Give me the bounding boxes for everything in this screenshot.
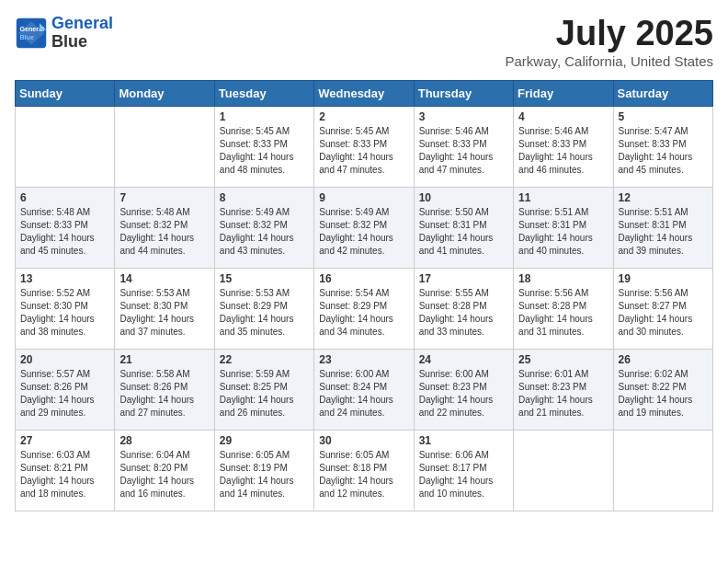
day-info: Sunrise: 5:59 AM Sunset: 8:25 PM Dayligh… <box>220 368 309 419</box>
day-info: Sunrise: 5:53 AM Sunset: 8:29 PM Dayligh… <box>220 287 309 339</box>
calendar-cell: 10Sunrise: 5:50 AM Sunset: 8:31 PM Dayli… <box>414 187 513 268</box>
weekday-header-thursday: Thursday <box>414 80 513 106</box>
day-number: 15 <box>220 272 309 285</box>
day-info: Sunrise: 5:57 AM Sunset: 8:26 PM Dayligh… <box>20 368 109 419</box>
calendar-cell <box>115 106 214 187</box>
page-header: General Blue GeneralBlue July 2025 Parkw… <box>15 15 713 69</box>
day-info: Sunrise: 5:48 AM Sunset: 8:33 PM Dayligh… <box>20 206 109 258</box>
day-number: 25 <box>518 353 608 366</box>
calendar-cell: 28Sunrise: 6:04 AM Sunset: 8:20 PM Dayli… <box>115 430 214 511</box>
day-number: 3 <box>419 110 508 123</box>
day-number: 20 <box>20 353 109 366</box>
day-number: 6 <box>20 191 109 204</box>
day-info: Sunrise: 5:45 AM Sunset: 8:33 PM Dayligh… <box>220 125 309 177</box>
day-number: 10 <box>419 191 508 204</box>
day-number: 16 <box>319 272 408 285</box>
calendar-cell: 1Sunrise: 5:45 AM Sunset: 8:33 PM Daylig… <box>214 106 313 187</box>
calendar-week-row: 1Sunrise: 5:45 AM Sunset: 8:33 PM Daylig… <box>16 106 713 187</box>
title-block: July 2025 Parkway, California, United St… <box>506 15 714 69</box>
day-info: Sunrise: 5:46 AM Sunset: 8:33 PM Dayligh… <box>419 125 508 177</box>
calendar-cell: 31Sunrise: 6:06 AM Sunset: 8:17 PM Dayli… <box>414 430 513 511</box>
weekday-header-sunday: Sunday <box>16 80 115 106</box>
day-info: Sunrise: 5:58 AM Sunset: 8:26 PM Dayligh… <box>119 368 209 419</box>
weekday-header-row: SundayMondayTuesdayWednesdayThursdayFrid… <box>16 80 713 106</box>
day-number: 12 <box>619 191 708 204</box>
day-number: 24 <box>419 353 508 366</box>
day-number: 11 <box>518 191 608 204</box>
weekday-header-tuesday: Tuesday <box>214 80 313 106</box>
day-info: Sunrise: 5:51 AM Sunset: 8:31 PM Dayligh… <box>619 206 708 258</box>
calendar-week-row: 20Sunrise: 5:57 AM Sunset: 8:26 PM Dayli… <box>16 349 713 430</box>
calendar-cell: 29Sunrise: 6:05 AM Sunset: 8:19 PM Dayli… <box>214 430 313 511</box>
day-number: 30 <box>319 434 408 447</box>
calendar-cell <box>514 430 613 511</box>
calendar-cell: 6Sunrise: 5:48 AM Sunset: 8:33 PM Daylig… <box>16 187 115 268</box>
day-info: Sunrise: 5:48 AM Sunset: 8:32 PM Dayligh… <box>119 206 209 258</box>
day-number: 7 <box>119 191 209 204</box>
day-number: 28 <box>119 434 209 447</box>
day-info: Sunrise: 5:56 AM Sunset: 8:28 PM Dayligh… <box>518 287 608 339</box>
day-number: 27 <box>20 434 109 447</box>
day-info: Sunrise: 6:00 AM Sunset: 8:24 PM Dayligh… <box>319 368 408 419</box>
calendar-cell: 18Sunrise: 5:56 AM Sunset: 8:28 PM Dayli… <box>514 268 613 349</box>
weekday-header-wednesday: Wednesday <box>314 80 414 106</box>
calendar-week-row: 6Sunrise: 5:48 AM Sunset: 8:33 PM Daylig… <box>16 187 713 268</box>
day-info: Sunrise: 5:53 AM Sunset: 8:30 PM Dayligh… <box>119 287 209 339</box>
calendar-cell: 17Sunrise: 5:55 AM Sunset: 8:28 PM Dayli… <box>414 268 513 349</box>
calendar-cell: 5Sunrise: 5:47 AM Sunset: 8:33 PM Daylig… <box>613 106 712 187</box>
day-info: Sunrise: 5:55 AM Sunset: 8:28 PM Dayligh… <box>419 287 508 339</box>
day-number: 8 <box>220 191 309 204</box>
calendar-cell: 4Sunrise: 5:46 AM Sunset: 8:33 PM Daylig… <box>514 106 613 187</box>
day-number: 18 <box>518 272 608 285</box>
day-number: 22 <box>220 353 309 366</box>
day-info: Sunrise: 5:49 AM Sunset: 8:32 PM Dayligh… <box>319 206 408 258</box>
day-number: 13 <box>20 272 109 285</box>
day-number: 31 <box>419 434 508 447</box>
calendar-cell <box>16 106 115 187</box>
day-info: Sunrise: 5:51 AM Sunset: 8:31 PM Dayligh… <box>518 206 608 258</box>
day-number: 26 <box>619 353 708 366</box>
calendar-cell: 22Sunrise: 5:59 AM Sunset: 8:25 PM Dayli… <box>214 349 313 430</box>
day-info: Sunrise: 5:47 AM Sunset: 8:33 PM Dayligh… <box>619 125 708 177</box>
day-info: Sunrise: 5:49 AM Sunset: 8:32 PM Dayligh… <box>220 206 309 258</box>
calendar-cell: 21Sunrise: 5:58 AM Sunset: 8:26 PM Dayli… <box>115 349 214 430</box>
day-info: Sunrise: 6:06 AM Sunset: 8:17 PM Dayligh… <box>419 449 508 500</box>
day-info: Sunrise: 6:02 AM Sunset: 8:22 PM Dayligh… <box>619 368 708 419</box>
logo-text: GeneralBlue <box>51 15 113 52</box>
calendar-cell: 7Sunrise: 5:48 AM Sunset: 8:32 PM Daylig… <box>115 187 214 268</box>
calendar-cell: 9Sunrise: 5:49 AM Sunset: 8:32 PM Daylig… <box>314 187 414 268</box>
day-info: Sunrise: 6:01 AM Sunset: 8:23 PM Dayligh… <box>518 368 608 419</box>
logo: General Blue GeneralBlue <box>15 15 113 52</box>
day-number: 19 <box>619 272 708 285</box>
weekday-header-monday: Monday <box>115 80 214 106</box>
calendar-cell: 3Sunrise: 5:46 AM Sunset: 8:33 PM Daylig… <box>414 106 513 187</box>
calendar-cell: 8Sunrise: 5:49 AM Sunset: 8:32 PM Daylig… <box>214 187 313 268</box>
day-info: Sunrise: 5:46 AM Sunset: 8:33 PM Dayligh… <box>518 125 608 177</box>
calendar-cell: 2Sunrise: 5:45 AM Sunset: 8:33 PM Daylig… <box>314 106 414 187</box>
day-info: Sunrise: 6:05 AM Sunset: 8:18 PM Dayligh… <box>319 449 408 500</box>
day-info: Sunrise: 5:56 AM Sunset: 8:27 PM Dayligh… <box>619 287 708 339</box>
day-number: 5 <box>619 110 708 123</box>
day-info: Sunrise: 6:04 AM Sunset: 8:20 PM Dayligh… <box>119 449 209 500</box>
page-subtitle: Parkway, California, United States <box>506 53 714 69</box>
calendar-week-row: 27Sunrise: 6:03 AM Sunset: 8:21 PM Dayli… <box>16 430 713 511</box>
calendar-week-row: 13Sunrise: 5:52 AM Sunset: 8:30 PM Dayli… <box>16 268 713 349</box>
calendar-cell: 23Sunrise: 6:00 AM Sunset: 8:24 PM Dayli… <box>314 349 414 430</box>
calendar-cell: 20Sunrise: 5:57 AM Sunset: 8:26 PM Dayli… <box>16 349 115 430</box>
day-number: 23 <box>319 353 408 366</box>
calendar-cell: 26Sunrise: 6:02 AM Sunset: 8:22 PM Dayli… <box>613 349 712 430</box>
day-info: Sunrise: 5:50 AM Sunset: 8:31 PM Dayligh… <box>419 206 508 258</box>
day-info: Sunrise: 6:03 AM Sunset: 8:21 PM Dayligh… <box>20 449 109 500</box>
day-number: 29 <box>220 434 309 447</box>
day-number: 4 <box>518 110 608 123</box>
logo-icon: General Blue <box>15 17 48 50</box>
day-number: 9 <box>319 191 408 204</box>
day-info: Sunrise: 6:00 AM Sunset: 8:23 PM Dayligh… <box>419 368 508 419</box>
calendar-cell: 15Sunrise: 5:53 AM Sunset: 8:29 PM Dayli… <box>214 268 313 349</box>
calendar-cell: 30Sunrise: 6:05 AM Sunset: 8:18 PM Dayli… <box>314 430 414 511</box>
day-info: Sunrise: 5:54 AM Sunset: 8:29 PM Dayligh… <box>319 287 408 339</box>
svg-text:Blue: Blue <box>19 33 34 41</box>
calendar-cell <box>613 430 712 511</box>
calendar-cell: 25Sunrise: 6:01 AM Sunset: 8:23 PM Dayli… <box>514 349 613 430</box>
calendar-cell: 19Sunrise: 5:56 AM Sunset: 8:27 PM Dayli… <box>613 268 712 349</box>
